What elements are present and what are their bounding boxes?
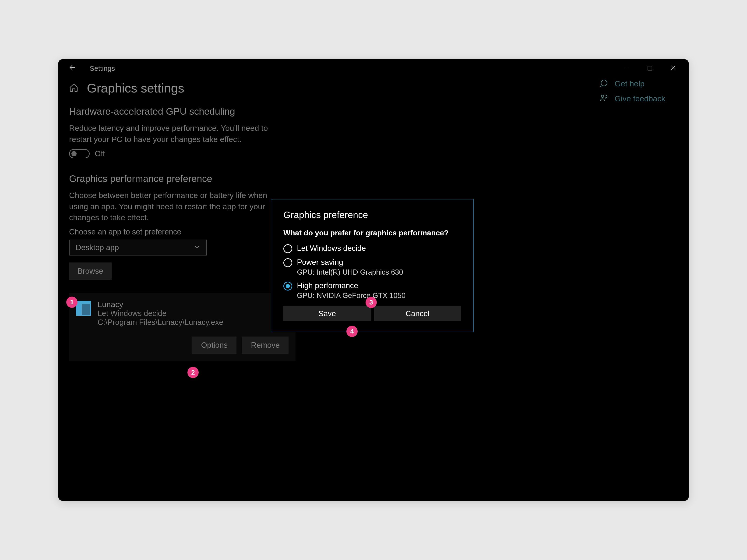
page-title: Graphics settings	[87, 81, 184, 95]
annotation-badge-4: 4	[346, 326, 358, 337]
perf-pref-heading: Graphics performance preference	[69, 173, 678, 184]
radio-power-saving[interactable]: Power saving GPU: Intel(R) UHD Graphics …	[283, 258, 461, 277]
gpu-scheduling-description: Reduce latency and improve performance. …	[69, 123, 279, 145]
app-row: Lunacy Let Windows decide C:\Program Fil…	[76, 300, 288, 327]
dropdown-value: Desktop app	[76, 243, 119, 252]
svg-rect-0	[648, 66, 652, 70]
close-icon[interactable]	[669, 64, 678, 73]
settings-window: Settings Graphics settings Hardware-acce…	[58, 59, 689, 501]
get-help-text: Get help	[615, 79, 645, 88]
app-path: C:\Program Files\Lunacy\Lunacy.exe	[98, 318, 288, 327]
app-name: Lunacy	[98, 300, 288, 309]
gpu-scheduling-toggle-row: Off	[69, 149, 678, 158]
radio-circle-selected	[283, 282, 292, 290]
browse-button[interactable]: Browse	[69, 262, 111, 280]
app-actions: Options Remove	[76, 336, 288, 354]
annotation-badge-1: 1	[66, 297, 77, 308]
page-header: Graphics settings	[69, 81, 678, 95]
save-button[interactable]: Save	[283, 306, 371, 321]
feedback-icon	[600, 94, 608, 103]
radio-circle	[283, 244, 292, 253]
get-help-link[interactable]: Get help	[600, 79, 665, 88]
right-links: Get help Give feedback	[600, 79, 665, 103]
gpu-scheduling-toggle[interactable]	[69, 149, 89, 158]
app-type-dropdown[interactable]: Desktop app	[69, 239, 207, 255]
window-controls	[622, 64, 684, 73]
radio-label: Let Windows decide	[297, 244, 461, 253]
dialog-buttons: Save Cancel	[283, 306, 461, 321]
chevron-down-icon	[194, 244, 200, 251]
gpu-scheduling-heading: Hardware-accelerated GPU scheduling	[69, 106, 678, 117]
toggle-knob	[72, 151, 77, 156]
home-icon[interactable]	[69, 83, 78, 93]
svg-point-1	[601, 95, 604, 98]
radio-label: Power saving	[297, 258, 461, 267]
minimize-icon[interactable]	[622, 64, 631, 73]
gpu-scheduling-toggle-label: Off	[95, 149, 105, 158]
remove-button[interactable]: Remove	[242, 336, 288, 354]
options-button[interactable]: Options	[192, 336, 236, 354]
give-feedback-link[interactable]: Give feedback	[600, 94, 665, 103]
app-preference: Let Windows decide	[98, 309, 288, 318]
app-info: Lunacy Let Windows decide C:\Program Fil…	[98, 300, 288, 327]
radio-label: High performance	[297, 281, 461, 290]
cancel-button[interactable]: Cancel	[374, 306, 461, 321]
radio-sub: GPU: Intel(R) UHD Graphics 630	[297, 268, 461, 277]
titlebar: Settings	[58, 59, 689, 78]
perf-pref-description: Choose between better performance or bat…	[69, 190, 279, 223]
dialog-title: Graphics preference	[283, 210, 461, 220]
app-card[interactable]: Lunacy Let Windows decide C:\Program Fil…	[69, 293, 295, 361]
radio-let-windows-decide[interactable]: Let Windows decide	[283, 244, 461, 253]
maximize-icon[interactable]	[645, 64, 654, 73]
radio-sub: GPU: NVIDIA GeForce GTX 1050	[297, 291, 461, 300]
window-title: Settings	[89, 65, 115, 72]
give-feedback-text: Give feedback	[615, 94, 665, 103]
annotation-badge-3: 3	[365, 297, 377, 308]
dialog-question: What do you prefer for graphics performa…	[283, 229, 461, 237]
radio-circle	[283, 258, 292, 267]
annotation-badge-2: 2	[187, 367, 199, 378]
back-arrow-icon[interactable]	[68, 63, 77, 74]
app-icon	[76, 301, 91, 316]
help-icon	[600, 79, 608, 88]
graphics-preference-dialog: Graphics preference What do you prefer f…	[271, 199, 474, 332]
